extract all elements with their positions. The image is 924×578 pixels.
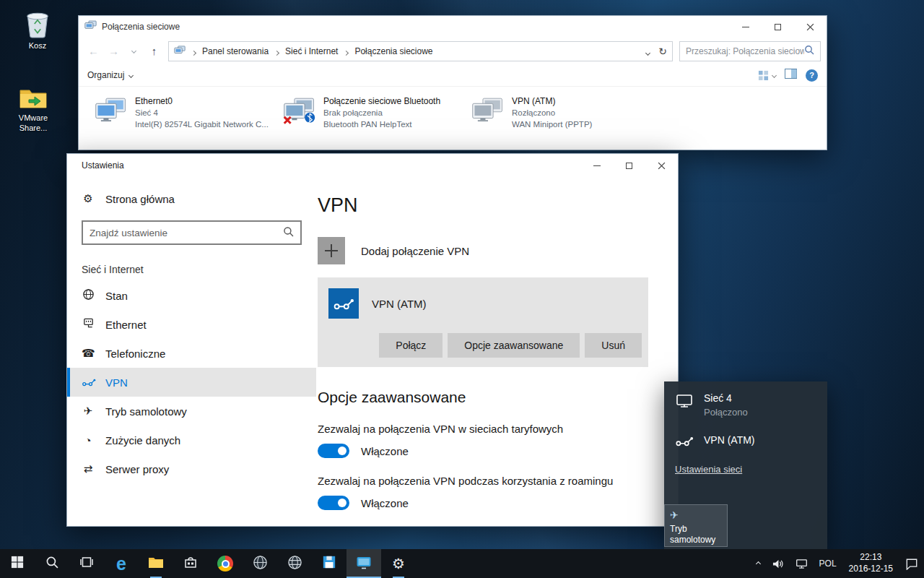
- app-button-globe-2[interactable]: [277, 549, 312, 578]
- minimize-button[interactable]: [729, 16, 762, 38]
- airplane-mode-tile[interactable]: ✈ Tryb samolotowy: [664, 504, 728, 547]
- sidebar-item-label: Telefoniczne: [105, 348, 165, 360]
- sidebar-item-data-usage[interactable]: ◔ Zużycie danych: [67, 426, 316, 454]
- breadcrumb-network-connections[interactable]: Połączenia sieciowe: [354, 46, 432, 56]
- back-button[interactable]: ←: [84, 42, 103, 60]
- edge-icon: e: [116, 555, 126, 573]
- breadcrumb-network-internet[interactable]: Sieć i Internet: [285, 46, 338, 56]
- view-tiles-button[interactable]: [758, 70, 776, 81]
- sidebar-item-home[interactable]: ⚙ Strona główna: [67, 186, 316, 212]
- active-app-button[interactable]: [346, 549, 381, 578]
- active-app-icon: [356, 556, 372, 572]
- connection-item-ethernet0[interactable]: Ethernet0 Sieć 4 Intel(R) 82574L Gigabit…: [92, 94, 274, 142]
- preview-pane-button[interactable]: [785, 69, 797, 82]
- window-app-icon: [84, 20, 97, 33]
- windows-logo-icon: [11, 556, 24, 571]
- flyout-vpn-item[interactable]: VPN (ATM): [664, 423, 827, 447]
- metered-toggle-state: Włączone: [361, 445, 409, 457]
- refresh-button[interactable]: ↻: [658, 46, 667, 57]
- settings-window: Ustawienia ⚙ Strona główna: [66, 153, 679, 527]
- file-explorer-button[interactable]: [139, 549, 173, 578]
- sidebar-item-label: VPN: [105, 376, 128, 389]
- connection-device: Bluetooth PAN HelpText: [323, 119, 440, 131]
- settings-search-input[interactable]: [90, 228, 283, 238]
- globe-app-icon: [253, 555, 268, 573]
- explorer-search-input[interactable]: [686, 46, 804, 56]
- maximize-button[interactable]: [613, 154, 645, 177]
- explorer-titlebar[interactable]: Połączenia sieciowe: [79, 16, 827, 38]
- chrome-button[interactable]: [208, 549, 243, 578]
- settings-titlebar[interactable]: Ustawienia: [67, 154, 678, 177]
- settings-button[interactable]: ⚙: [381, 549, 416, 578]
- gear-icon: ⚙: [392, 556, 405, 571]
- recent-locations-chevron[interactable]: [125, 42, 143, 60]
- flyout-vpn-name: VPN (ATM): [704, 434, 755, 446]
- sidebar-item-ethernet[interactable]: Ethernet: [67, 310, 316, 339]
- start-button[interactable]: [0, 549, 35, 578]
- sidebar-item-dialup[interactable]: ☎ Telefoniczne: [67, 339, 316, 368]
- sidebar-item-label: Tryb samolotowy: [105, 405, 187, 418]
- connection-status: Rozłączono: [512, 108, 592, 119]
- taskbar-search-button[interactable]: [35, 549, 69, 578]
- chevron-down-icon: [128, 72, 134, 77]
- add-vpn-button[interactable]: Dodaj połączenie VPN: [318, 237, 652, 264]
- breadcrumb-separator-icon: [192, 45, 196, 58]
- close-button[interactable]: [645, 154, 678, 177]
- roaming-toggle[interactable]: [318, 496, 349, 510]
- connect-button[interactable]: Połącz: [379, 333, 443, 358]
- forward-button[interactable]: →: [105, 42, 123, 60]
- advanced-options-button[interactable]: Opcje zaawansowane: [448, 333, 580, 358]
- action-center-icon[interactable]: [899, 549, 924, 578]
- window-title: Ustawienia: [82, 160, 124, 171]
- clock[interactable]: 22:13 2016-12-15: [842, 552, 899, 574]
- app-button-installer[interactable]: [312, 549, 346, 578]
- network-tray-icon[interactable]: [790, 549, 814, 578]
- close-button[interactable]: [794, 16, 827, 38]
- connection-status: Brak połączenia: [323, 108, 440, 119]
- phone-icon: ☎: [82, 347, 95, 360]
- address-bar[interactable]: Panel sterowania Sieć i Internet Połącze…: [168, 41, 673, 61]
- breadcrumb-control-panel[interactable]: Panel sterowania: [202, 46, 269, 56]
- connection-device: Intel(R) 82574L Gigabit Network C...: [135, 119, 269, 131]
- search-icon[interactable]: [804, 45, 814, 58]
- desktop-icon-vmware-share[interactable]: VMware Share...: [7, 85, 59, 134]
- roaming-toggle-state: Włączone: [361, 497, 409, 509]
- sidebar-item-status[interactable]: Stan: [67, 281, 316, 310]
- sidebar-item-vpn[interactable]: VPN: [67, 368, 316, 397]
- minimize-button[interactable]: [580, 154, 613, 177]
- sidebar-item-airplane-mode[interactable]: ✈ Tryb samolotowy: [67, 397, 316, 426]
- desktop-icon-recycle-bin[interactable]: Kosz: [12, 9, 64, 51]
- store-button[interactable]: [173, 549, 208, 578]
- add-vpn-label: Dodaj połączenie VPN: [361, 245, 469, 257]
- organize-button[interactable]: Organizuj: [87, 70, 133, 80]
- vpn-connection-entry[interactable]: VPN (ATM) Połącz Opcje zaawansowane Usuń: [318, 277, 648, 367]
- remove-button[interactable]: Usuń: [585, 333, 642, 358]
- connection-title: VPN (ATM): [512, 96, 592, 106]
- language-indicator[interactable]: POL: [814, 549, 842, 578]
- address-dropdown-chevron[interactable]: [646, 45, 650, 58]
- search-icon[interactable]: [283, 226, 294, 240]
- sidebar-home-label: Strona główna: [105, 193, 175, 205]
- taskbar: e: [0, 549, 924, 578]
- connection-item-bluetooth[interactable]: Połączenie sieciowe Bluetooth Brak połąc…: [280, 94, 463, 142]
- connection-item-vpn[interactable]: VPN (ATM) Rozłączono WAN Miniport (PPTP): [468, 94, 651, 142]
- network-settings-link[interactable]: Ustawienia sieci: [675, 464, 742, 475]
- edge-button[interactable]: e: [104, 549, 139, 578]
- shared-folder-icon: [7, 85, 59, 111]
- show-hidden-icons-button[interactable]: [751, 549, 766, 578]
- vpn-connection-name: VPN (ATM): [372, 298, 427, 310]
- task-view-button[interactable]: [69, 549, 104, 578]
- sidebar-item-label: Zużycie danych: [105, 434, 180, 447]
- flyout-network-item[interactable]: Sieć 4 Połączono: [664, 381, 827, 418]
- help-button[interactable]: ?: [806, 69, 818, 82]
- maximize-button[interactable]: [762, 16, 794, 38]
- flyout-network-name: Sieć 4: [704, 392, 748, 404]
- data-usage-icon: ◔: [82, 434, 95, 447]
- network-connections-window: Połączenia sieciowe ← → ↑: [78, 15, 827, 150]
- airplane-mode-label: Tryb samolotowy: [670, 524, 722, 545]
- up-button[interactable]: ↑: [145, 42, 163, 60]
- sidebar-item-proxy[interactable]: ⇄ Serwer proxy: [67, 454, 316, 483]
- volume-icon[interactable]: [766, 549, 790, 578]
- metered-toggle[interactable]: [318, 444, 349, 458]
- app-button-globe-1[interactable]: [243, 549, 277, 578]
